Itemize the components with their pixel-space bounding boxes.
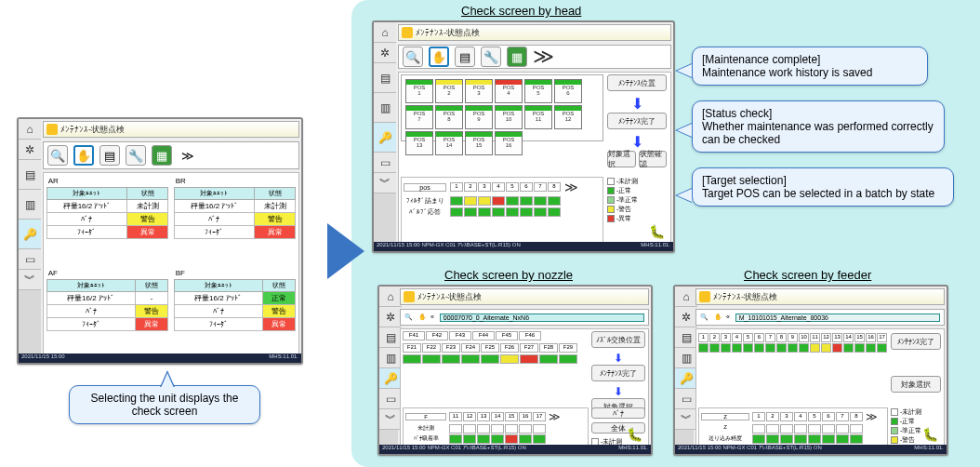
cell[interactable] xyxy=(534,196,547,206)
cell[interactable] xyxy=(808,434,821,444)
cell[interactable] xyxy=(492,196,505,206)
cell[interactable] xyxy=(477,424,490,434)
cell[interactable]: 3 xyxy=(478,182,491,192)
cell[interactable]: 8 xyxy=(548,182,561,192)
feeder-target-select-button[interactable]: 対象選択 xyxy=(891,376,941,393)
sidebar-home-icon[interactable]: ⌂ xyxy=(19,119,41,140)
sidebar-clipboard-icon[interactable]: ▤ xyxy=(374,63,396,93)
pos-chip-15[interactable]: POS15 xyxy=(465,131,493,155)
cell[interactable]: F42 xyxy=(426,331,448,340)
cell[interactable] xyxy=(832,343,842,353)
cell[interactable]: F46 xyxy=(519,331,541,340)
cell[interactable] xyxy=(422,354,441,364)
cell[interactable]: 2 xyxy=(766,412,779,421)
cell[interactable] xyxy=(539,354,558,364)
cell[interactable] xyxy=(520,207,533,217)
pos-chip-8[interactable]: POS8 xyxy=(435,105,463,129)
cell[interactable] xyxy=(766,434,779,444)
cell[interactable]: F21 xyxy=(403,343,421,353)
cell[interactable] xyxy=(843,343,854,353)
sidebar-home-icon[interactable]: ⌂ xyxy=(374,22,396,43)
cell[interactable] xyxy=(559,354,577,364)
cell[interactable] xyxy=(492,207,505,217)
cell[interactable]: F28 xyxy=(539,343,558,353)
cell[interactable]: 11 xyxy=(810,333,820,342)
cell[interactable]: 8 xyxy=(776,333,787,342)
cell[interactable] xyxy=(505,434,518,444)
cell[interactable] xyxy=(850,434,863,444)
cell[interactable] xyxy=(491,424,504,434)
cell[interactable] xyxy=(788,343,798,353)
sidebar-clipboard-icon[interactable]: ▤ xyxy=(19,160,41,190)
cell[interactable] xyxy=(533,434,546,444)
cell[interactable] xyxy=(506,196,519,206)
cell[interactable] xyxy=(442,354,460,364)
cell[interactable]: F44 xyxy=(472,331,495,340)
sidebar-chart-icon[interactable]: ▥ xyxy=(374,93,396,123)
cell[interactable]: 13 xyxy=(477,412,490,421)
quad-br[interactable]: BR対象ﾕﾆｯﾄ状態秤量16/2 ｱ'ｯﾄﾞ未計測ﾊﾞﾅ警告ﾌｨｰﾀﾞ異常 xyxy=(174,175,297,260)
status-check-button[interactable]: 状態確認 xyxy=(639,151,668,167)
tool-grid-icon[interactable]: ▦ xyxy=(152,145,172,166)
cell[interactable]: 13 xyxy=(832,333,842,342)
cell[interactable]: 3 xyxy=(780,412,793,421)
cell[interactable]: F25 xyxy=(481,343,499,353)
tool-wrench-icon[interactable]: 🔧 xyxy=(126,145,146,166)
cell[interactable]: 15 xyxy=(854,333,865,342)
sidebar-down-icon[interactable]: ︾ xyxy=(19,270,41,290)
cell[interactable] xyxy=(866,343,876,353)
sidebar-fan-icon[interactable]: ✲ xyxy=(19,140,41,160)
cell[interactable]: 8 xyxy=(850,412,863,421)
tool-wrench-icon[interactable]: 🔧 xyxy=(481,47,501,67)
tool-search-icon[interactable]: 🔍 xyxy=(403,47,423,67)
cell[interactable] xyxy=(533,424,546,434)
cell[interactable]: 1 xyxy=(752,412,765,421)
tool-doc-icon[interactable]: ▤ xyxy=(455,47,475,67)
scroll-right-icon[interactable]: ≫ xyxy=(549,410,561,423)
cell[interactable] xyxy=(799,343,809,353)
cell[interactable] xyxy=(836,424,849,434)
pos-chip-6[interactable]: POS6 xyxy=(554,79,582,103)
cell[interactable]: 17 xyxy=(533,412,546,421)
cell[interactable]: 17 xyxy=(877,333,887,342)
cell[interactable] xyxy=(780,434,793,444)
cell[interactable]: 5 xyxy=(808,412,821,421)
cell[interactable]: F29 xyxy=(559,343,577,353)
pos-chip-16[interactable]: POS16 xyxy=(495,131,523,155)
sidebar-chart-icon[interactable]: ▥ xyxy=(19,190,41,220)
cell[interactable] xyxy=(461,354,480,364)
cell[interactable] xyxy=(506,207,519,217)
cell[interactable] xyxy=(850,424,863,434)
cell[interactable]: 4 xyxy=(732,333,742,342)
cell[interactable] xyxy=(766,424,779,434)
cell[interactable] xyxy=(519,424,532,434)
cell[interactable]: F22 xyxy=(422,343,441,353)
cell[interactable] xyxy=(765,343,775,353)
nozzle-filter1[interactable]: ﾊﾞﾅ xyxy=(591,407,645,419)
nozzle-change-pos-button[interactable]: ﾉｽﾞﾙ交換位置 xyxy=(591,331,645,348)
cell[interactable] xyxy=(548,207,561,217)
pos-chip-3[interactable]: POS3 xyxy=(465,79,493,103)
cell[interactable] xyxy=(500,354,519,364)
cell[interactable] xyxy=(821,343,831,353)
cell[interactable]: 12 xyxy=(463,412,476,421)
cell[interactable]: F26 xyxy=(500,343,519,353)
tool-hand-icon[interactable]: ✋ xyxy=(429,47,449,67)
sidebar-doc-icon[interactable]: ▭ xyxy=(374,153,396,173)
cell[interactable] xyxy=(743,343,753,353)
cell[interactable] xyxy=(449,424,462,434)
cell[interactable]: 5 xyxy=(743,333,753,342)
cell[interactable]: 1 xyxy=(698,333,709,342)
cell[interactable]: 3 xyxy=(721,333,731,342)
sidebar-fan-icon[interactable]: ✲ xyxy=(374,43,396,63)
cell[interactable] xyxy=(721,343,731,353)
cell[interactable] xyxy=(808,424,821,434)
sidebar-down-icon[interactable]: ︾ xyxy=(374,173,396,193)
tool-grid-icon[interactable]: ▦ xyxy=(507,47,527,67)
cell[interactable]: F41 xyxy=(403,331,425,340)
cell[interactable]: 2 xyxy=(709,333,720,342)
cell[interactable] xyxy=(698,343,709,353)
cell[interactable]: 1 xyxy=(450,182,463,192)
cell[interactable] xyxy=(752,434,765,444)
cell[interactable] xyxy=(520,354,538,364)
